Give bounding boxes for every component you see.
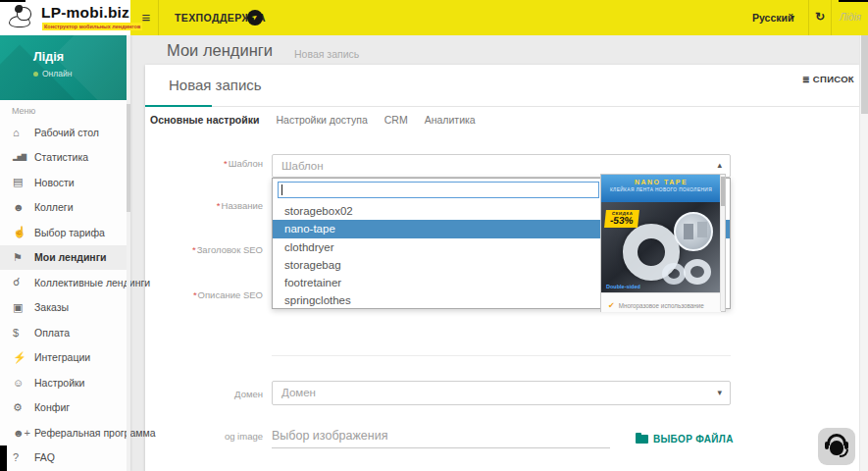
- sidebar-item-новости[interactable]: ▤Новости: [0, 170, 127, 195]
- refresh-icon[interactable]: ↻: [815, 10, 825, 24]
- tabbar: Основные настройкиНастройки доступаCRMАн…: [145, 107, 476, 132]
- page-title: Мои лендинги: [167, 41, 273, 60]
- topbar-username[interactable]: Лідія: [840, 12, 861, 23]
- news-icon: ▤: [13, 176, 34, 188]
- home-icon: ⌂: [13, 127, 34, 138]
- sidebar-item-label: Настройки: [34, 377, 85, 389]
- card-title: Новая запись: [169, 77, 262, 93]
- gear-icon: ⚙: [13, 401, 34, 414]
- video-artifact: [839, 0, 868, 2]
- page-scrollbar[interactable]: [859, 35, 868, 471]
- sidebar-item-label: Интеграции: [34, 351, 90, 363]
- sidebar-user-name: Лідія: [33, 50, 64, 64]
- video-artifact: [0, 0, 26, 2]
- tab-настройки-доступа[interactable]: Настройки доступа: [276, 107, 367, 132]
- breadcrumb: Новая запись: [294, 48, 359, 60]
- brand-title[interactable]: LP-mobi.biz: [41, 4, 129, 22]
- sidebar-item-коллеги[interactable]: ☻Коллеги: [0, 195, 127, 221]
- sidebar-item-label: Рабочий стол: [34, 127, 99, 138]
- preview-product-image: СКИДКА -53% Double-sided: [601, 202, 721, 292]
- sidebar-item-интеграции[interactable]: ⚡Интеграции: [0, 345, 127, 371]
- dropdown-search-input[interactable]: [278, 182, 599, 198]
- users-icon: ☻: [13, 201, 34, 213]
- usage-inset-photo: [674, 212, 713, 251]
- template-select-placeholder: Шаблон: [281, 160, 324, 172]
- menu-section-label: Меню: [12, 106, 35, 116]
- logo-block[interactable]: LP-mobi.biz Конструктор мобильных лендин…: [0, 0, 130, 35]
- sidebar-item-label: Оплата: [34, 327, 70, 339]
- tab-crm[interactable]: CRM: [384, 107, 408, 132]
- sidebar-item-реферальная-программа[interactable]: ☻+Реферальная программа: [0, 420, 127, 445]
- discount-badge: СКИДКА -53%: [604, 210, 639, 228]
- share-icon: ☌: [13, 276, 34, 288]
- sidebar-item-рабочий-стол[interactable]: ⌂Рабочий стол: [0, 120, 127, 145]
- sidebar-user-panel: Лідія Онлайн: [0, 35, 130, 100]
- chevron-up-icon: ▴: [717, 160, 722, 170]
- sidebar-item-faq[interactable]: ?FAQ: [0, 445, 127, 471]
- preview-scrollbar[interactable]: [720, 175, 725, 311]
- sidebar-toggle-button[interactable]: ≡: [136, 8, 156, 27]
- sidebar: Лідія Онлайн Меню ⌂Рабочий стол▂▅▇Статис…: [0, 35, 130, 471]
- hand-icon: ☝: [13, 226, 34, 238]
- topbar-divider: [158, 0, 159, 35]
- sidebar-item-label: Заказы: [34, 301, 69, 313]
- domain-select[interactable]: Домен ▾: [272, 381, 731, 405]
- choose-file-button[interactable]: ВЫБОР ФАЙЛА: [636, 430, 734, 447]
- sidebar-item-label: Конфиг: [34, 401, 70, 413]
- sidebar-item-заказы[interactable]: ▣Заказы: [0, 295, 127, 321]
- preview-product-subtitle: КЛЕЙКАЯ ЛЕНТА НОВОГО ПОКОЛЕНИЯ: [601, 187, 721, 192]
- language-selector[interactable]: Русский: [752, 12, 793, 24]
- tape-roll-graphic: [662, 263, 686, 285]
- sidebar-item-label: Статистика: [34, 151, 88, 163]
- sidebar-item-коллективные-лендинги[interactable]: ☌Коллективные лендинги: [0, 270, 127, 295]
- sidebar-item-label: Мои лендинги: [34, 251, 107, 263]
- og-image-underline: [272, 447, 610, 448]
- sidebar-item-label: Коллективные лендинги: [34, 277, 150, 288]
- template-preview-popup: NANO TAPE КЛЕЙКАЯ ЛЕНТА НОВОГО ПОКОЛЕНИЯ…: [600, 174, 726, 312]
- folder-icon: [636, 435, 648, 444]
- text-cursor: [281, 184, 282, 195]
- list-icon: ≣: [802, 75, 810, 84]
- sidebar-item-конфиг[interactable]: ⚙Конфиг: [0, 395, 127, 421]
- telegram-icon[interactable]: ➤: [247, 10, 263, 26]
- preview-banner-header: NANO TAPE КЛЕЙКАЯ ЛЕНТА НОВОГО ПОКОЛЕНИЯ: [601, 175, 721, 202]
- online-dot-icon: [33, 72, 38, 77]
- sidebar-item-label: Новости: [34, 177, 75, 188]
- user-plus-icon: ☻+: [13, 427, 34, 439]
- dollar-icon: $: [13, 327, 34, 339]
- list-button[interactable]: ≣СПИСОК: [802, 74, 854, 84]
- support-chat-widget[interactable]: [818, 428, 855, 465]
- sidebar-scrollbar[interactable]: [127, 35, 130, 471]
- tab-основные-настройки[interactable]: Основные настройки: [150, 107, 259, 132]
- chart-icon: ▂▅▇: [13, 153, 34, 161]
- topbar-divider: [831, 0, 832, 35]
- sidebar-menu: ⌂Рабочий стол▂▅▇Статистика▤Новости☻Колле…: [0, 120, 127, 470]
- sidebar-item-статистика[interactable]: ▂▅▇Статистика: [0, 145, 127, 171]
- chevron-down-icon: ▾: [717, 388, 722, 397]
- brand-tagline: Конструктор мобильных лендингов: [42, 23, 142, 30]
- preview-caption: Double-sided: [606, 284, 640, 289]
- sidebar-item-настройки[interactable]: ☺Настройки: [0, 370, 127, 395]
- sidebar-item-мои-лендинги[interactable]: ⚑Мои лендинги: [0, 245, 127, 271]
- sidebar-item-оплата[interactable]: $Оплата: [0, 320, 127, 345]
- sidebar-item-label: Коллеги: [34, 201, 74, 213]
- preview-product-title: NANO TAPE: [601, 179, 721, 185]
- sidebar-item-выбор-тарифа[interactable]: ☝Выбор тарифа: [0, 220, 127, 245]
- og-image-input[interactable]: Выбор изображения: [272, 429, 387, 443]
- video-artifact: [0, 445, 7, 471]
- check-icon: ✔: [608, 301, 615, 310]
- tab-аналитика[interactable]: Аналитика: [425, 107, 476, 132]
- sidebar-item-label: Выбор тарифа: [34, 227, 105, 238]
- sidebar-item-label: Реферальная программа: [34, 427, 156, 439]
- domain-select-placeholder: Домен: [281, 387, 316, 398]
- topbar-divider: [808, 0, 809, 35]
- form-divider: [272, 355, 731, 356]
- sidebar-item-label: FAQ: [34, 451, 55, 463]
- question-icon: ?: [13, 451, 34, 463]
- cart-icon: ▣: [13, 301, 34, 314]
- plug-icon: ⚡: [13, 351, 34, 364]
- preview-feature-row: ✔Многоразовое использование: [601, 292, 721, 312]
- landing-icon: ⚑: [13, 251, 34, 264]
- sidebar-user-status: Онлайн: [33, 69, 72, 78]
- chevron-down-icon: ▾: [791, 13, 794, 22]
